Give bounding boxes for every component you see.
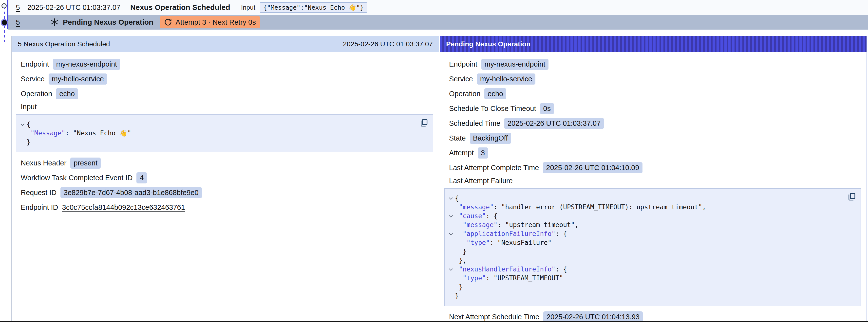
input-section-label: Input [21, 103, 430, 111]
detail-field-row: Endpoint ID3c0c75ccfa8144b092c13ce632463… [21, 202, 430, 213]
field-value-badge: BackingOff [470, 133, 511, 144]
event-row-pending-nexus-operation[interactable]: 5 Pending Nexus Operation Attempt 3 · Ne… [8, 15, 868, 30]
retry-badge-label: Attempt 3 · Next Retry 0s [176, 18, 256, 26]
timeline-node-selected-icon [2, 20, 7, 25]
field-value-badge: 2025-02-26 UTC 01:04:10.09 [543, 162, 642, 173]
copy-button[interactable] [420, 118, 428, 127]
detail-field-row: Endpointmy-nexus-endpoint [449, 58, 858, 70]
event-detail-card: 5 Nexus Operation Scheduled 2025-02-26 U… [11, 36, 867, 322]
detail-field-row: StateBackingOff [449, 132, 858, 144]
field-label: Endpoint [449, 60, 477, 68]
gutter-spacer [446, 220, 455, 229]
json-line: "cause": { [446, 212, 845, 220]
copy-icon [847, 192, 856, 201]
gutter-spacer [446, 291, 455, 300]
field-label: Last Attempt Complete Time [449, 164, 539, 172]
json-text: "message": "upstream timeout", [455, 220, 579, 229]
field-value-link[interactable]: 3c0c75ccfa8144b092c13ce632463761 [62, 203, 185, 212]
detail-field-row: Next Attempt Schedule Time2025-02-26 UTC… [449, 311, 858, 322]
json-text: "applicationFailureInfo": { [455, 229, 567, 238]
json-line: "nexusHandlerFailureInfo": { [446, 265, 845, 274]
json-text: } [455, 247, 467, 256]
field-value-badge: my-hello-service [477, 73, 535, 85]
collapse-chevron-icon[interactable] [446, 212, 455, 220]
field-label: Next Attempt Schedule Time [449, 313, 539, 321]
failure-json-viewer: { "message": "handler error (UPSTREAM_TI… [444, 188, 861, 306]
gutter-spacer [446, 256, 455, 265]
json-line: }, [446, 256, 845, 265]
collapse-chevron-icon[interactable] [446, 265, 455, 274]
gutter-spacer [446, 203, 455, 212]
gutter-spacer [446, 274, 455, 283]
json-text: "type": "UPSTREAM_TIMEOUT" [455, 274, 563, 283]
detail-field-row: Servicemy-hello-service [21, 73, 430, 85]
detail-field-row: Scheduled Time2025-02-26 UTC 01:03:37.07 [449, 118, 858, 129]
json-text: } [27, 137, 31, 147]
json-text: "cause": { [455, 212, 497, 220]
json-line: "message": "handler error (UPSTREAM_TIME… [446, 203, 845, 212]
event-row-nexus-operation-scheduled[interactable]: 5 2025-02-26 UTC 01:03:37.07 Nexus Opera… [8, 0, 868, 15]
field-label: Service [21, 75, 45, 83]
field-value-badge: present [70, 158, 101, 169]
field-label: Request ID [21, 189, 57, 197]
field-label: Operation [449, 90, 480, 98]
event-timeline-rail [0, 0, 11, 54]
detail-field-row: Servicemy-hello-service [449, 73, 858, 85]
left-panel-title: 5 Nexus Operation Scheduled [18, 40, 110, 48]
field-value-badge: my-hello-service [49, 73, 107, 85]
gutter-spacer [18, 137, 27, 147]
json-text: "message": "handler error (UPSTREAM_TIME… [455, 203, 706, 212]
gutter-spacer [446, 247, 455, 256]
retry-status-badge: Attempt 3 · Next Retry 0s [160, 16, 260, 28]
field-label: Schedule To Close Timeout [449, 104, 536, 113]
field-label: Workflow Task Completed Event ID [21, 174, 132, 182]
timeline-solid-line [7, 0, 8, 29]
json-line: } [18, 137, 417, 147]
right-fields-top: Endpointmy-nexus-endpointServicemy-hello… [449, 58, 858, 173]
collapse-chevron-icon[interactable] [18, 120, 27, 129]
json-line: "applicationFailureInfo": { [446, 229, 845, 238]
event-timestamp: 2025-02-26 UTC 01:03:37.07 [27, 3, 120, 11]
detail-field-row: Workflow Task Completed Event ID4 [21, 172, 430, 184]
detail-field-row: Last Attempt Complete Time2025-02-26 UTC… [449, 162, 858, 173]
failure-section-label: Last Attempt Failure [449, 177, 858, 185]
panel-pending-nexus-operation: Pending Nexus Operation Endpointmy-nexus… [440, 36, 867, 322]
field-label: Service [449, 75, 473, 83]
right-panel-header: Pending Nexus Operation [440, 36, 867, 52]
json-text: "type": "NexusFailure" [455, 238, 552, 247]
input-json-viewer: { "Message": "Nexus Echo 👋"} [16, 115, 433, 152]
refresh-icon [164, 18, 172, 26]
left-panel-header: 5 Nexus Operation Scheduled 2025-02-26 U… [12, 36, 439, 52]
field-value-badge: echo [484, 88, 506, 99]
collapse-chevron-icon[interactable] [446, 194, 455, 203]
field-value-badge: echo [56, 88, 78, 99]
field-label: Attempt [449, 149, 474, 157]
gutter-spacer [446, 283, 455, 291]
pending-event-title: Pending Nexus Operation [63, 18, 153, 26]
left-panel-timestamp: 2025-02-26 UTC 01:03:37.07 [343, 40, 433, 48]
collapse-chevron-icon[interactable] [446, 229, 455, 238]
json-text: } [455, 283, 463, 291]
field-value-badge: 4 [136, 172, 147, 184]
event-id-link[interactable]: 5 [16, 3, 20, 11]
field-label: Scheduled Time [449, 119, 500, 127]
json-text: { [455, 194, 459, 203]
copy-button[interactable] [847, 192, 856, 201]
input-preview-chip[interactable]: {"Message":"Nexus Echo 👋"} [260, 2, 367, 13]
right-panel-title: Pending Nexus Operation [446, 40, 530, 48]
event-id-link[interactable]: 5 [16, 18, 20, 26]
field-value-badge: 0s [540, 103, 554, 114]
field-value-badge: 3 [478, 148, 488, 159]
json-line: } [446, 247, 845, 256]
detail-field-row: Schedule To Close Timeout0s [449, 103, 858, 115]
left-fields-top: Endpointmy-nexus-endpointServicemy-hello… [21, 58, 430, 100]
screen-bottom-edge [0, 321, 868, 322]
input-preview-label: Input [241, 4, 255, 11]
field-value-badge: 2025-02-26 UTC 01:04:13.93 [543, 312, 643, 322]
json-line: "message": "upstream timeout", [446, 220, 845, 229]
json-line: "type": "UPSTREAM_TIMEOUT" [446, 274, 845, 283]
field-label: Nexus Header [21, 159, 66, 167]
json-line: } [446, 291, 845, 300]
right-fields-bottom: Next Attempt Schedule Time2025-02-26 UTC… [449, 311, 858, 322]
json-line: "Message": "Nexus Echo 👋" [18, 129, 417, 137]
